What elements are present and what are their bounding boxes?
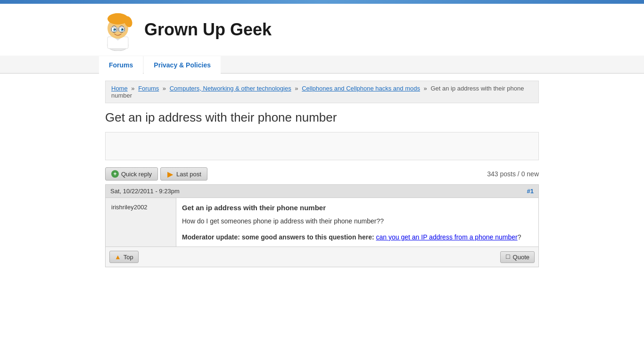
svg-point-13 <box>122 29 124 30</box>
post-number[interactable]: #1 <box>527 188 534 195</box>
last-post-icon: ▶ <box>166 170 174 178</box>
post-header: Sat, 10/22/2011 - 9:23pm #1 <box>106 185 538 198</box>
quick-reply-icon: + <box>111 170 119 178</box>
nav-tab-forums[interactable]: Forums <box>99 56 143 74</box>
top-bar <box>0 0 644 4</box>
breadcrumb-home[interactable]: Home <box>111 85 128 92</box>
quick-reply-button[interactable]: + Quick reply <box>105 167 158 181</box>
moderator-update: Moderator update: some good answers to t… <box>182 233 533 241</box>
post-body: irishriley2002 Get an ip address with th… <box>106 198 538 247</box>
quote-icon: ☐ <box>505 254 511 260</box>
header: Grown Up Geek <box>0 4 644 56</box>
site-title: Grown Up Geek <box>144 20 272 40</box>
posts-count: 343 posts / 0 new <box>487 170 539 178</box>
btn-group-left: + Quick reply ▶ Last post <box>105 167 207 181</box>
nav-tab-privacy[interactable]: Privacy & Policies <box>144 56 221 74</box>
quote-button[interactable]: ☐ Quote <box>500 251 535 263</box>
post-body-text: How do I get someones phone ip address w… <box>182 216 533 226</box>
breadcrumb: Home » Forums » Computers, Networking & … <box>105 81 539 103</box>
svg-point-6 <box>109 13 126 23</box>
nav-tabs: Forums Privacy & Policies <box>0 56 644 74</box>
post-footer: ▲ Top ☐ Quote <box>106 247 538 267</box>
post-author: irishriley2002 <box>106 198 176 247</box>
post-content: Get an ip address with their phone numbe… <box>176 198 538 247</box>
main-content: Home » Forums » Computers, Networking & … <box>96 81 548 267</box>
moderator-suffix: ? <box>518 233 521 241</box>
top-icon: ▲ <box>115 253 121 261</box>
breadcrumb-forums[interactable]: Forums <box>138 85 159 92</box>
post-container: Sat, 10/22/2011 - 9:23pm #1 irishriley20… <box>105 184 539 267</box>
quote-label: Quote <box>513 254 529 261</box>
post-title: Get an ip address with their phone numbe… <box>182 204 533 212</box>
moderator-link[interactable]: can you get an IP address from a phone n… <box>376 233 518 241</box>
last-post-button[interactable]: ▶ Last post <box>160 167 207 181</box>
page-title: Get an ip address with their phone numbe… <box>105 110 539 125</box>
logo-area: Grown Up Geek <box>99 8 272 51</box>
site-logo <box>99 8 137 51</box>
moderator-update-prefix: Moderator update: some good answers to t… <box>182 233 374 241</box>
svg-point-12 <box>115 29 116 30</box>
top-button[interactable]: ▲ Top <box>109 251 139 263</box>
breadcrumb-computers[interactable]: Computers, Networking & other technologi… <box>170 85 291 92</box>
last-post-label: Last post <box>176 171 201 178</box>
author-name: irishriley2002 <box>111 204 148 211</box>
action-buttons: + Quick reply ▶ Last post 343 posts / 0 … <box>105 167 539 181</box>
top-label: Top <box>124 254 133 261</box>
breadcrumb-cellphones[interactable]: Cellphones and Cellphone hacks and mods <box>302 85 420 92</box>
banner-ad <box>105 132 539 160</box>
quick-reply-label: Quick reply <box>121 171 152 178</box>
post-date: Sat, 10/22/2011 - 9:23pm <box>110 188 180 195</box>
